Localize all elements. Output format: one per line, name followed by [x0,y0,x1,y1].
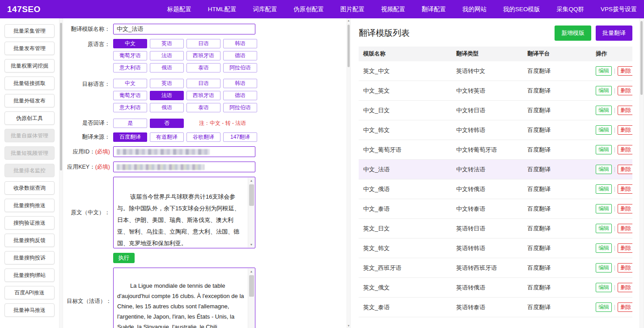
delete-button[interactable]: 删除 [618,302,632,312]
language-option[interactable]: 阿拉伯语 [223,63,257,72]
language-option[interactable]: 中文 [113,79,147,88]
scrollbar-thumb[interactable] [347,25,350,67]
scrollbar-thumb[interactable] [60,23,62,170]
sidebar-item[interactable]: 批量搜狗推送 [4,199,55,212]
language-option[interactable]: 葡萄牙语 [113,91,147,100]
target-textarea[interactable]: La Ligue mondiale de tennis de table d'a… [113,268,255,328]
sidebar-item[interactable]: 批量搜狗绑站 [4,268,55,282]
sidebar-item[interactable]: 批量搜狗反馈 [4,234,55,247]
translate-source-option[interactable]: 百度翻译 [113,132,147,142]
table-row[interactable]: 英文_泰语英语转泰语百度翻译编辑删除 [359,298,632,317]
sidebar-item[interactable]: 批量外链发布 [4,94,55,107]
language-option[interactable]: 西班牙语 [186,91,220,100]
execute-button[interactable]: 执行 [113,253,135,263]
language-option[interactable]: 意大利语 [113,103,147,112]
table-row[interactable]: 中文_韩文中文转韩语百度翻译编辑删除 [359,120,632,140]
edit-button[interactable]: 编辑 [596,283,612,292]
table-row[interactable]: 中文_泰语中文转泰语百度翻译编辑删除 [359,199,632,219]
sidebar-scrollbar[interactable] [59,18,63,328]
language-option[interactable]: 法语 [150,51,184,60]
template-name-input[interactable] [113,24,255,34]
edit-button[interactable]: 编辑 [596,243,612,253]
edit-button[interactable]: 编辑 [596,145,612,154]
table-row[interactable]: 英文_俄文英语转俄语百度翻译编辑删除 [359,278,632,298]
nav-item[interactable]: 采集QQ群 [556,5,584,13]
table-row[interactable]: 英文_日文英语转日语百度翻译编辑删除 [359,219,632,239]
table-row[interactable]: 英文_中文英语转中文百度翻译编辑删除 [359,61,632,81]
page-scrollbar[interactable] [640,18,644,328]
scroll-down-icon[interactable]: ▼ [347,324,350,328]
language-option[interactable]: 德语 [223,51,257,60]
app-logo[interactable]: 147SEO [7,4,41,14]
sidebar-item[interactable]: 百度API推送 [4,286,55,299]
edit-button[interactable]: 编辑 [596,204,612,213]
app-key-input[interactable] [113,162,255,172]
translate-source-option[interactable]: 有道翻译 [150,132,184,142]
add-template-button[interactable]: 新增模版 [555,26,591,41]
nav-item[interactable]: 标题配置 [167,5,191,13]
sidebar-item[interactable]: 批量短视频管理 [4,146,55,160]
edit-button[interactable]: 编辑 [596,184,612,194]
delete-button[interactable]: 删除 [618,125,632,135]
language-option[interactable]: 泰语 [186,103,220,112]
language-option[interactable]: 日语 [186,39,220,48]
scroll-up-icon[interactable]: ▲ [248,268,254,274]
nav-item[interactable]: 我的SEO模版 [503,5,540,13]
original-textarea[interactable]: 该届当今世界乒乓球联赛共计16支球会参与。除中国队外，余下15支球会分别为阿根廷… [113,177,255,248]
back-translate-option[interactable]: 是 [113,119,147,128]
language-option[interactable]: 英语 [150,39,184,48]
language-option[interactable]: 西班牙语 [186,51,220,60]
table-row[interactable]: 英文_西班牙语英语转西班牙语百度翻译编辑删除 [359,258,632,278]
sidebar-item[interactable]: 批量搜狗投诉 [4,251,55,264]
sidebar-item[interactable]: 批量排名监控 [4,164,55,177]
delete-button[interactable]: 删除 [618,86,632,95]
language-option[interactable]: 俄语 [150,63,184,72]
scroll-up-icon[interactable]: ▲ [248,178,254,183]
app-id-input[interactable] [113,146,255,157]
sidebar-item[interactable]: 批量权重词挖掘 [4,59,55,72]
edit-button[interactable]: 编辑 [596,263,612,273]
sidebar-item[interactable]: 批量链接抓取 [4,77,55,90]
sidebar-item[interactable]: 批量发布管理 [4,42,55,55]
edit-button[interactable]: 编辑 [596,224,612,233]
language-option[interactable]: 中文 [113,39,147,48]
nav-item[interactable]: 词库配置 [253,5,277,13]
sidebar-item[interactable]: 伪原创工具 [4,111,55,125]
scrollbar-thumb[interactable] [249,275,254,297]
language-option[interactable]: 俄语 [150,103,184,112]
nav-item[interactable]: 伪原创配置 [293,5,324,13]
table-row[interactable]: 中文_葡萄牙语中文转葡萄牙语百度翻译编辑删除 [359,140,632,160]
textarea-scrollbar[interactable]: ▲ ▼ [248,178,254,247]
delete-button[interactable]: 删除 [618,106,632,115]
sidebar-item[interactable]: 收录数据查询 [4,181,55,195]
language-option[interactable]: 泰语 [186,63,220,72]
delete-button[interactable]: 删除 [618,66,632,76]
table-row[interactable]: 英文_韩文英语转韩语百度翻译编辑删除 [359,239,632,258]
scroll-down-icon[interactable]: ▼ [248,242,254,247]
table-row[interactable]: 中文_法语中文转法语百度翻译编辑删除 [359,160,632,179]
language-option[interactable]: 日语 [186,79,220,88]
back-translate-option[interactable]: 否 [150,119,184,128]
sidebar-item[interactable]: 搜狗验证推送 [4,216,55,230]
nav-item[interactable]: 视频配置 [381,5,405,13]
language-option[interactable]: 阿拉伯语 [223,103,257,112]
delete-button[interactable]: 删除 [618,224,632,233]
sidebar-item[interactable]: 批量自媒体管理 [4,129,55,142]
batch-translate-button[interactable]: 批量翻译 [596,26,632,41]
delete-button[interactable]: 删除 [618,283,632,292]
translate-source-option[interactable]: 谷歌翻译 [186,132,220,142]
textarea-scrollbar[interactable]: ▲ ▼ [248,268,254,328]
edit-button[interactable]: 编辑 [596,66,612,76]
nav-item[interactable]: 图片配置 [340,5,364,13]
delete-button[interactable]: 删除 [618,145,632,154]
form-scrollbar[interactable]: ▲ ▼ [347,18,351,328]
sidebar-item[interactable]: 批量采集管理 [4,24,55,38]
table-row[interactable]: 中文_英文中文转英语百度翻译编辑删除 [359,81,632,101]
table-row[interactable]: 中文_日文中文转日语百度翻译编辑删除 [359,101,632,120]
language-option[interactable]: 英语 [150,79,184,88]
nav-item[interactable]: VPS拨号设置 [601,5,637,13]
edit-button[interactable]: 编辑 [596,302,612,312]
sidebar-item[interactable]: 批量神马推送 [4,303,55,317]
language-option[interactable]: 法语 [150,91,184,100]
scrollbar-thumb[interactable] [640,21,643,95]
